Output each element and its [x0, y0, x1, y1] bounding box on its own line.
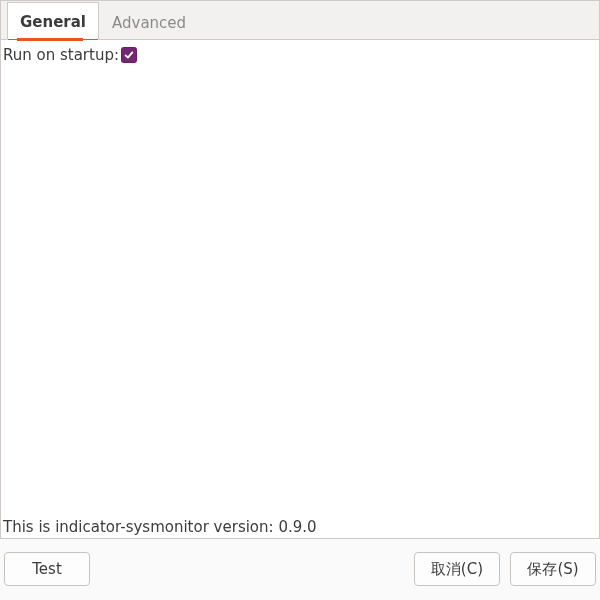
cancel-button[interactable]: 取消(C) — [414, 552, 500, 586]
run-on-startup-checkbox[interactable] — [121, 47, 137, 63]
cancel-button-label: 取消(C) — [431, 560, 483, 579]
save-button[interactable]: 保存(S) — [510, 552, 596, 586]
save-button-label: 保存(S) — [527, 560, 578, 579]
tab-panel-general: Run on startup: This is indicator-sysmon… — [0, 40, 600, 539]
tab-advanced[interactable]: Advanced — [99, 3, 199, 40]
tab-general[interactable]: General — [7, 2, 99, 40]
active-tab-indicator — [17, 38, 83, 41]
dialog-button-bar: Test 取消(C) 保存(S) — [0, 547, 600, 591]
checkmark-icon — [123, 49, 135, 61]
tab-advanced-label: Advanced — [112, 14, 186, 32]
run-on-startup-row: Run on startup: — [3, 44, 597, 64]
version-text: This is indicator-sysmonitor version: 0.… — [3, 518, 317, 536]
test-button-label: Test — [32, 560, 62, 578]
tab-bar: General Advanced — [0, 0, 600, 40]
run-on-startup-label: Run on startup: — [3, 46, 119, 64]
tab-general-label: General — [20, 13, 86, 31]
test-button[interactable]: Test — [4, 552, 90, 586]
